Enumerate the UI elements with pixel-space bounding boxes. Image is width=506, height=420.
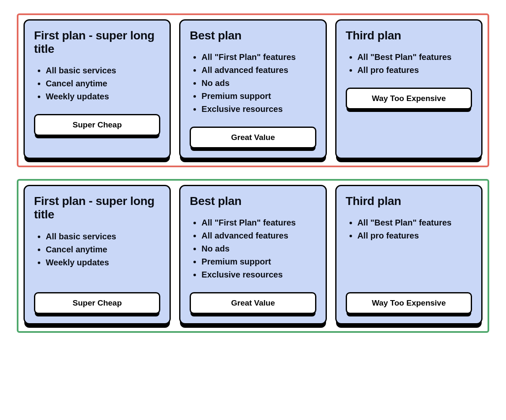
plan-title: First plan - super long title (34, 29, 160, 56)
feature-item: All "Best Plan" features (357, 216, 472, 229)
feature-list: All basic services Cancel anytime Weekly… (34, 230, 160, 269)
feature-item: All pro features (357, 64, 472, 77)
feature-item: Exclusive resources (201, 103, 316, 116)
feature-item: Weekly updates (46, 256, 160, 269)
feature-item: Cancel anytime (46, 243, 160, 256)
plan-card: Third plan All "Best Plan" features All … (335, 185, 483, 324)
plan-cta-button[interactable]: Super Cheap (34, 114, 160, 136)
feature-list: All "Best Plan" features All pro feature… (346, 216, 472, 242)
feature-list: All "First Plan" features All advanced f… (190, 51, 316, 116)
plan-title: Best plan (190, 29, 316, 42)
feature-item: Exclusive resources (201, 268, 316, 281)
feature-item: All basic services (46, 64, 160, 77)
feature-item: No ads (201, 77, 316, 90)
feature-item: All "First Plan" features (201, 216, 316, 229)
plan-cta-button[interactable]: Super Cheap (34, 292, 160, 314)
plan-title: Third plan (346, 29, 472, 42)
plan-cta-button[interactable]: Great Value (190, 127, 316, 148)
bad-row: First plan - super long title All basic … (23, 19, 483, 159)
feature-list: All "Best Plan" features All pro feature… (346, 51, 472, 77)
feature-item: No ads (201, 242, 316, 255)
feature-item: All "First Plan" features (201, 51, 316, 64)
feature-item: Cancel anytime (46, 77, 160, 90)
feature-item: All pro features (357, 229, 472, 242)
good-example: First plan - super long title All basic … (17, 179, 489, 333)
feature-item: All advanced features (201, 229, 316, 242)
flex-spacer (34, 280, 160, 293)
plan-title: Third plan (346, 194, 472, 208)
plan-title: First plan - super long title (34, 194, 160, 221)
bad-example: First plan - super long title All basic … (17, 13, 489, 167)
good-row: First plan - super long title All basic … (23, 185, 483, 324)
feature-item: Premium support (201, 255, 316, 268)
plan-card: Best plan All "First Plan" features All … (179, 19, 326, 159)
plan-card: First plan - super long title All basic … (23, 185, 171, 324)
feature-item: Weekly updates (46, 90, 160, 103)
plan-cta-button[interactable]: Way Too Expensive (346, 88, 472, 109)
feature-item: Premium support (201, 90, 316, 103)
feature-list: All "First Plan" features All advanced f… (190, 216, 316, 281)
flex-spacer (346, 253, 472, 292)
feature-item: All "Best Plan" features (357, 51, 472, 64)
feature-item: All advanced features (201, 64, 316, 77)
plan-cta-button[interactable]: Way Too Expensive (346, 292, 472, 314)
plan-card: Best plan All "First Plan" features All … (179, 185, 326, 324)
plan-card: Third plan All "Best Plan" features All … (335, 19, 483, 159)
plan-cta-button[interactable]: Great Value (190, 292, 316, 314)
plan-card: First plan - super long title All basic … (23, 19, 171, 159)
plan-title: Best plan (190, 194, 316, 208)
feature-list: All basic services Cancel anytime Weekly… (34, 64, 160, 103)
feature-item: All basic services (46, 230, 160, 243)
